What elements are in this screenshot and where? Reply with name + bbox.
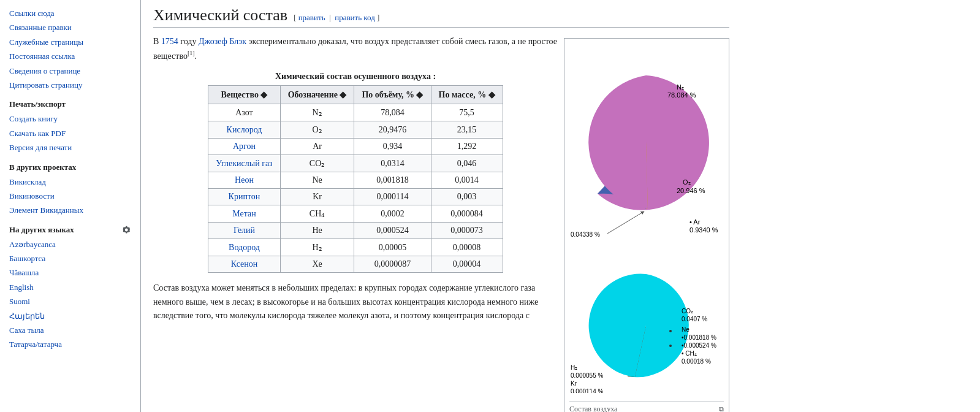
formula-cell: Ar bbox=[280, 139, 354, 155]
expand-icon[interactable]: ⧉ bbox=[719, 405, 724, 412]
chemical-composition-table: Вещество ◆ Обозначение ◆ По объёму, % ◆ … bbox=[208, 85, 503, 273]
co2-arrow bbox=[607, 212, 643, 234]
section-title: Химический состав bbox=[153, 6, 287, 25]
intro-person-link[interactable]: Джозеф Блэк bbox=[199, 37, 246, 46]
sidebar-link-special-pages[interactable]: Служебные страницы bbox=[9, 35, 131, 49]
volume-cell: 0,0002 bbox=[354, 205, 431, 223]
h2-left-label: H₂ bbox=[571, 364, 577, 371]
volume-cell: 0,934 bbox=[354, 139, 431, 155]
sidebar-link-commons[interactable]: Викисклад bbox=[9, 175, 131, 189]
co2-right-value: 0.0407 % bbox=[682, 316, 707, 322]
edit-link[interactable]: править bbox=[298, 13, 325, 22]
sidebar-link-print-version[interactable]: Версия для печати bbox=[9, 140, 131, 154]
mass-cell: 0,000073 bbox=[431, 223, 503, 239]
table-row: КислородO₂20,947623,15 bbox=[208, 121, 503, 139]
volume-cell: 78,084 bbox=[354, 104, 431, 121]
gear-icon[interactable] bbox=[123, 226, 131, 234]
sidebar-link-wikidata[interactable]: Элемент Викиданных bbox=[9, 203, 131, 217]
volume-cell: 0,000114 bbox=[354, 189, 431, 205]
chart-caption: Состав воздуха ⧉ bbox=[569, 402, 724, 412]
languages-title: На других языках bbox=[9, 225, 74, 235]
formula-cell: O₂ bbox=[280, 121, 354, 139]
intro-year-link[interactable]: 1754 bbox=[161, 37, 178, 46]
n2-value: 78.084 % bbox=[667, 91, 696, 99]
he-dot bbox=[669, 345, 672, 347]
pie-chart-svg: N₂ 78.084 % O₂ 20.946 % • Ar 0.9340 % 0.… bbox=[569, 44, 723, 393]
intro-text-1: В bbox=[153, 37, 161, 46]
sidebar-link-wikinews[interactable]: Викиновости bbox=[9, 189, 131, 203]
intro-text-2: году bbox=[178, 37, 199, 46]
formula-cell: N₂ bbox=[280, 104, 354, 121]
volume-cell: 0,000524 bbox=[354, 223, 431, 239]
formula-cell: CO₂ bbox=[280, 155, 354, 172]
sidebar-link-hy[interactable]: Հայերեն bbox=[9, 309, 131, 323]
intro-paragraph: В 1754 году Джозеф Блэк экспериментально… bbox=[153, 35, 558, 63]
kr-left-value: 0.000114 % bbox=[571, 388, 603, 393]
substance-cell[interactable]: Аргон bbox=[208, 139, 280, 155]
volume-cell: 0,0314 bbox=[354, 155, 431, 172]
formula-cell: H₂ bbox=[280, 239, 354, 256]
formula-cell: Kr bbox=[280, 189, 354, 205]
sidebar-link-cite-page[interactable]: Цитировать страницу bbox=[9, 78, 131, 92]
edit-links: [ править | править код ] bbox=[294, 13, 379, 23]
sidebar-link-en[interactable]: English bbox=[9, 280, 131, 294]
kr-left-label: Kr bbox=[571, 380, 577, 387]
mass-cell: 0,00008 bbox=[431, 239, 503, 256]
sidebar-link-create-book[interactable]: Создать книгу bbox=[9, 112, 131, 126]
ne-dot bbox=[669, 330, 672, 332]
volume-cell: 0,001818 bbox=[354, 172, 431, 189]
h2-left-value: 0.000055 % bbox=[571, 372, 603, 379]
substance-cell[interactable]: Кислород bbox=[208, 121, 280, 139]
sidebar-link-permanent-link[interactable]: Постоянная ссылка bbox=[9, 49, 131, 63]
sidebar-link-tt[interactable]: Татарча/tатарча bbox=[9, 337, 131, 351]
sidebar-link-cv[interactable]: Чăвашла bbox=[9, 265, 131, 280]
col-header-formula: Обозначение ◆ bbox=[280, 86, 354, 104]
mass-cell: 0,003 bbox=[431, 189, 503, 205]
sidebar-link-fi[interactable]: Suomi bbox=[9, 294, 131, 308]
table-row: КсенонXe0,00000870,00004 bbox=[208, 256, 503, 273]
substance-cell[interactable]: Углекислый газ bbox=[208, 155, 280, 172]
formula-cell: He bbox=[280, 223, 354, 239]
substance-cell[interactable]: Неон bbox=[208, 172, 280, 189]
substance-cell[interactable]: Ксенон bbox=[208, 256, 280, 273]
other-projects-title: В других проектах bbox=[9, 162, 131, 172]
section-heading: Химический состав [ править | править ко… bbox=[153, 6, 729, 28]
volume-cell: 0,00005 bbox=[354, 239, 431, 256]
substance-cell[interactable]: Метан bbox=[208, 205, 280, 223]
edit-code-link[interactable]: править код bbox=[335, 13, 375, 22]
sidebar-link-az[interactable]: Azərbaycanca bbox=[9, 237, 131, 251]
ar-value: 0.9340 % bbox=[689, 226, 718, 234]
table-row: Углекислый газCO₂0,03140,046 bbox=[208, 155, 503, 172]
col-header-mass: По массе, % ◆ bbox=[431, 86, 503, 104]
mass-cell: 0,00004 bbox=[431, 256, 503, 273]
col-header-substance: Вещество ◆ bbox=[208, 86, 280, 104]
sidebar-link-page-info[interactable]: Сведения о странице bbox=[9, 64, 131, 78]
table-row: МетанCH₄0,00020,000084 bbox=[208, 205, 503, 223]
substance-cell[interactable]: Гелий bbox=[208, 223, 280, 239]
co2-right-label: CO₂ bbox=[682, 308, 693, 315]
chart-container: N₂ 78.084 % O₂ 20.946 % • Ar 0.9340 % 0.… bbox=[569, 44, 723, 399]
substance-cell: Азот bbox=[208, 104, 280, 121]
ne-right-value: •0.001818 % bbox=[682, 334, 716, 341]
rest-slice bbox=[588, 75, 648, 209]
sidebar-link-related-changes[interactable]: Связанные правки bbox=[9, 20, 131, 34]
substance-cell[interactable]: Водород bbox=[208, 239, 280, 256]
table-row: КриптонKr0,0001140,003 bbox=[208, 189, 503, 205]
sidebar: Ссылки сюда Связанные правки Служебные с… bbox=[0, 0, 141, 412]
languages-section-header: На других языках bbox=[9, 225, 131, 235]
sidebar-link-download-pdf[interactable]: Скачать как PDF bbox=[9, 126, 131, 140]
sidebar-link-links-here[interactable]: Ссылки сюда bbox=[9, 6, 131, 20]
sidebar-link-sah[interactable]: Саха тыла bbox=[9, 323, 131, 337]
rest-lower-slice bbox=[589, 274, 646, 377]
substance-cell[interactable]: Криптон bbox=[208, 189, 280, 205]
content-with-chart: В 1754 году Джозеф Блэк экспериментально… bbox=[153, 35, 729, 412]
volume-cell: 20,9476 bbox=[354, 121, 431, 139]
mass-cell: 0,046 bbox=[431, 155, 503, 172]
sidebar-link-ba[interactable]: Башкортса bbox=[9, 251, 131, 265]
table-row: АргонAr0,9341,292 bbox=[208, 139, 503, 155]
ch4-right-label: • CH₄ bbox=[682, 350, 697, 357]
table-row: НеонNe0,0018180,0014 bbox=[208, 172, 503, 189]
mass-cell: 23,15 bbox=[431, 121, 503, 139]
mass-cell: 0,0014 bbox=[431, 172, 503, 189]
chart-caption-text: Состав воздуха bbox=[569, 405, 617, 412]
